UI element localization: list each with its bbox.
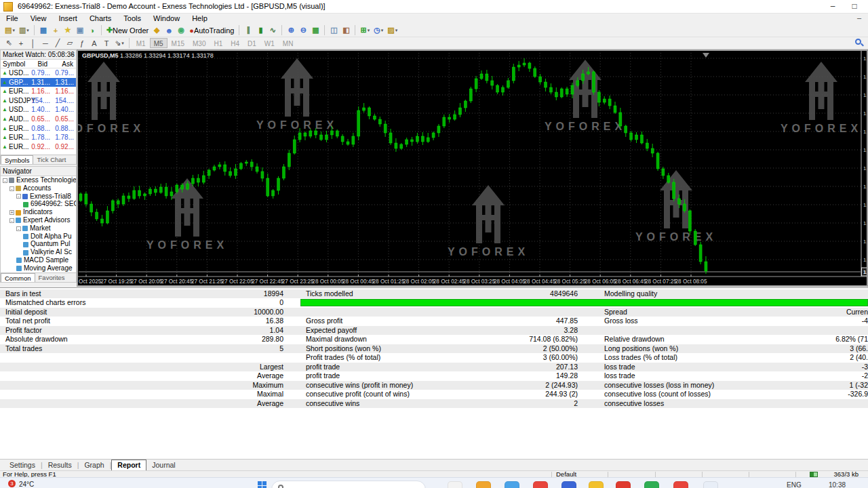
tester-tab-settings[interactable]: Settings [4, 460, 41, 470]
taskbar-app-icon[interactable] [448, 481, 462, 488]
tab-symbols[interactable]: Symbols [1, 155, 33, 164]
market-watch-row[interactable]: ▲EUR...0.88...0.88... [1, 124, 76, 134]
autotrading-button[interactable]: ● AutoTrading [187, 24, 236, 36]
zoom-in-button[interactable]: ⊕ [285, 24, 297, 36]
trendline-tool-button[interactable]: ╱ [52, 37, 64, 49]
timeframe-mn[interactable]: MN [279, 38, 298, 48]
navigator-item[interactable]: Quantum Pul [1, 240, 76, 248]
menu-charts[interactable]: Charts [83, 14, 117, 24]
taskbar-app-icon[interactable] [561, 481, 576, 488]
weather-badge[interactable]: 3 [8, 480, 16, 487]
metaeditor-button[interactable]: ◆ [151, 24, 163, 36]
market-watch-toggle-button[interactable]: ▦ [37, 24, 50, 36]
collapse-icon[interactable]: - [16, 226, 21, 231]
navigator-item[interactable]: -Expert Advisors [1, 216, 76, 224]
vertical-line-tool-button[interactable]: │ [27, 37, 39, 49]
text-tool-button[interactable]: A [88, 37, 100, 49]
tester-tab-results[interactable]: Results [43, 460, 77, 470]
collapse-icon[interactable]: - [9, 218, 14, 223]
close-icon[interactable]: × [71, 51, 75, 58]
tab-favorites[interactable]: Favorites [35, 273, 68, 282]
crosshair-tool-button[interactable]: + [15, 37, 27, 49]
tile-windows-button[interactable]: ▦ [309, 24, 321, 36]
menu-help[interactable]: Help [186, 14, 214, 24]
menu-file[interactable]: File [0, 14, 24, 24]
navigator-item[interactable]: Dolt Alpha Pu [1, 232, 76, 241]
navigator-item[interactable]: -Exness-Trial8 [1, 192, 76, 201]
chart-shift-button[interactable]: ◧ [340, 24, 352, 36]
timeframe-m5[interactable]: M5 [150, 38, 167, 48]
navigator-item[interactable]: +Indicators [1, 208, 76, 216]
market-watch-row[interactable]: ▲AUD...0.65...0.65... [1, 115, 76, 124]
line-chart-mode-button[interactable]: ∿ [267, 24, 279, 36]
candlestick-mode-button[interactable]: ▮ [254, 24, 267, 36]
data-window-toggle-button[interactable]: + [50, 24, 62, 36]
navigator-item[interactable]: MACD Sample [1, 256, 76, 264]
taskbar-app-icon[interactable] [673, 481, 688, 488]
timeframe-w1[interactable]: W1 [260, 38, 279, 48]
navigator-item[interactable]: Moving Average [1, 264, 76, 272]
new-order-button[interactable]: ✚ New Order [104, 24, 151, 36]
horizontal-line-tool-button[interactable]: ─ [39, 37, 52, 49]
price-chart[interactable]: YOFOREXYOFOREXYOFOREXYOFOREXYOFOREXYOFOR… [77, 49, 868, 287]
periods-menu-button[interactable]: ◷▾ [372, 24, 385, 36]
tester-tab-report[interactable]: Report [111, 460, 146, 471]
market-watch-row[interactable]: ▲EUR...0.92...0.92... [1, 142, 76, 152]
taskbar-app-icon[interactable] [589, 481, 604, 488]
channel-tool-button[interactable]: ▱ [64, 37, 76, 49]
cursor-tool-button[interactable]: ⇖ [3, 37, 15, 49]
timeframe-h1[interactable]: H1 [210, 38, 226, 48]
search-icon[interactable] [855, 39, 864, 47]
taskbar-app-icon[interactable] [505, 481, 519, 488]
fibonacci-tool-button[interactable]: ƒ [76, 37, 88, 49]
market-watch-row[interactable]: ▲USD...1.40...1.40... [1, 105, 76, 115]
menu-view[interactable]: View [24, 14, 53, 24]
maximize-button[interactable]: □ [844, 0, 865, 14]
profiles-button[interactable]: ▥▾ [17, 24, 31, 36]
navigator-item[interactable]: -Exness Technologies MT4 [1, 176, 76, 184]
collapse-icon[interactable]: - [16, 194, 21, 199]
timeframe-d1[interactable]: D1 [243, 38, 260, 48]
community-button[interactable]: ◉ [175, 24, 187, 36]
navigator-item[interactable]: Valkyrie AI Sc [1, 248, 76, 256]
collapse-icon[interactable]: - [9, 186, 14, 191]
weather-temperature[interactable]: 24°C [19, 481, 34, 488]
market-watch-row[interactable]: ▲EUR...1.16...1.16... [1, 87, 76, 96]
templates-menu-button[interactable]: ▨▾ [385, 24, 399, 36]
timeframe-m1[interactable]: M1 [132, 38, 150, 48]
auto-arrange-button[interactable]: ◫ [328, 24, 340, 36]
menu-insert[interactable]: Insert [52, 14, 83, 24]
bar-chart-mode-button[interactable]: ∥ [242, 24, 254, 36]
zoom-out-button[interactable]: ⊖ [297, 24, 309, 36]
expert-properties-button[interactable]: ☻ [163, 24, 175, 36]
taskbar-search-box[interactable] [271, 481, 426, 488]
strategy-tester-toggle-button[interactable]: ◑ [86, 24, 98, 36]
tester-tab-journal[interactable]: Journal [146, 460, 180, 470]
language-indicator[interactable]: ENG [787, 481, 802, 488]
shapes-tool-button[interactable]: ⇘▾ [113, 37, 126, 49]
minimize-button[interactable]: – [822, 0, 844, 14]
navigator-toggle-button[interactable]: ★ [62, 24, 74, 36]
menu-window[interactable]: Window [147, 14, 186, 24]
tab-tick-chart[interactable]: Tick Chart [33, 155, 69, 164]
market-watch-row[interactable]: ▲GBP...1.31...1.31... [1, 78, 76, 87]
timeframe-m30[interactable]: M30 [189, 38, 210, 48]
taskbar-app-icon[interactable] [616, 481, 631, 488]
tab-common[interactable]: Common [1, 273, 35, 282]
expand-icon[interactable]: + [9, 210, 14, 215]
taskbar-app-icon[interactable] [476, 481, 491, 488]
collapse-icon[interactable]: - [3, 178, 7, 183]
taskbar-app-icon[interactable] [644, 481, 659, 488]
candlestick-chart-canvas[interactable]: YOFOREXYOFOREXYOFOREXYOFOREXYOFOREXYOFOR… [77, 50, 867, 286]
menu-tools[interactable]: Tools [117, 14, 147, 24]
text-label-tool-button[interactable]: T [100, 37, 113, 49]
tester-tab-graph[interactable]: Graph [79, 460, 109, 470]
market-watch-row[interactable]: ▲EUR...1.78...1.78... [1, 133, 76, 142]
timeframe-m15[interactable]: M15 [167, 38, 189, 48]
indicators-menu-button[interactable]: ⊞▾ [358, 24, 372, 36]
market-watch-row[interactable]: ▲USDJPY154....154.... [1, 96, 76, 106]
timeframe-h4[interactable]: H4 [226, 38, 243, 48]
taskbar-app-icon[interactable] [533, 481, 548, 488]
terminal-toggle-button[interactable]: ▣ [74, 24, 86, 36]
new-chart-button[interactable]: ▤▾ [3, 24, 17, 36]
